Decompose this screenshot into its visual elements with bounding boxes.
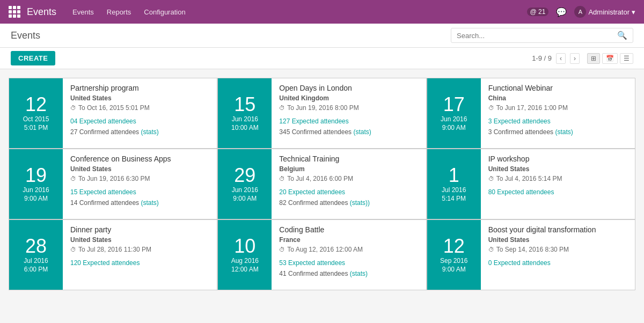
app-brand: Events	[27, 6, 56, 18]
subheader: Events 🔍	[0, 24, 644, 48]
event-month: Aug 2016	[231, 257, 259, 265]
user-dropdown-icon: ▾	[632, 8, 635, 16]
event-day: 28	[25, 237, 47, 256]
clock-icon	[279, 175, 285, 182]
pager-next[interactable]: ›	[570, 53, 580, 64]
event-to-text: To Jun 19, 2016 8:00 PM	[287, 104, 358, 112]
event-card[interactable]: 15 Jun 2016 10:00 AM Open Days in London…	[218, 78, 426, 148]
apps-icon[interactable]	[9, 6, 20, 18]
event-info: Boost your digital transformation United…	[481, 220, 635, 290]
event-to: To Jul 4, 2016 6:00 PM	[279, 175, 418, 182]
event-to-text: To Jul 4, 2016 6:00 PM	[287, 175, 353, 182]
event-to: To Jul 28, 2016 11:30 PM	[70, 246, 209, 253]
confirmed-attendees: 14 Confirmed attendees (stats)	[70, 197, 209, 208]
page-title: Events	[11, 30, 444, 41]
confirmed-attendees: 82 Confirmed attendees (stats))	[279, 197, 418, 208]
event-to-text: To Jun 17, 2016 1:00 PM	[496, 104, 568, 112]
nav-configuration[interactable]: Configuration	[144, 8, 185, 16]
event-attendees: 0 Expected attendees	[488, 258, 627, 268]
event-attendees: 80 Expected attendees	[488, 187, 627, 197]
event-attendees: 15 Expected attendees 14 Confirmed atten…	[70, 187, 209, 209]
event-to-text: To Aug 12, 2016 12:00 AM	[287, 246, 363, 253]
event-attendees: 20 Expected attendees 82 Confirmed atten…	[279, 187, 418, 209]
stats-link[interactable]: (stats)	[141, 128, 158, 136]
event-card[interactable]: 1 Jul 2016 5:14 PM IP workshop United St…	[427, 149, 635, 219]
confirmed-attendees: 3 Confirmed attendees (stats)	[488, 127, 627, 137]
expected-attendees: 120 Expected attendees	[70, 258, 209, 268]
event-card[interactable]: 29 Jun 2016 9:00 AM Technical Training B…	[218, 149, 426, 219]
view-list[interactable]: ☰	[620, 53, 633, 64]
search-bar: 🔍	[451, 28, 633, 43]
event-time: 12:00 AM	[231, 266, 259, 273]
event-time: 9:00 AM	[233, 195, 257, 202]
event-date-col: 1 Jul 2016 5:14 PM	[427, 149, 481, 219]
event-to-text: To Jun 19, 2016 6:30 PM	[78, 175, 150, 182]
event-day: 1	[449, 166, 459, 185]
event-card[interactable]: 12 Oct 2015 5:01 PM Partnership program …	[9, 78, 217, 148]
confirmed-attendees: 41 Confirmed attendees (stats)	[279, 268, 418, 279]
nav-events[interactable]: Events	[72, 8, 94, 16]
event-country: China	[488, 94, 627, 102]
expected-attendees: 127 Expected attendees	[279, 116, 418, 127]
event-time: 9:00 AM	[442, 266, 466, 273]
event-date-col: 28 Jul 2016 6:00 PM	[9, 220, 63, 290]
event-month: Jun 2016	[232, 115, 258, 123]
stats-link[interactable]: (stats))	[350, 199, 370, 207]
event-date-col: 12 Sep 2016 9:00 AM	[427, 220, 481, 290]
clock-icon	[279, 104, 285, 112]
event-day: 10	[234, 237, 255, 256]
notification-count[interactable]: @ 21	[527, 8, 549, 16]
event-time: 5:01 PM	[24, 124, 48, 131]
confirmed-attendees: 27 Confirmed attendees (stats)	[70, 127, 209, 137]
pager-info: 1-9 / 9	[532, 54, 552, 62]
search-input[interactable]	[457, 32, 617, 40]
view-kanban[interactable]: ⊞	[587, 53, 600, 64]
event-to-text: To Sep 14, 2016 8:30 PM	[496, 246, 569, 253]
nav-reports[interactable]: Reports	[107, 8, 131, 16]
event-date-col: 10 Aug 2016 12:00 AM	[218, 220, 272, 290]
event-to: To Jun 19, 2016 8:00 PM	[279, 104, 418, 112]
event-card[interactable]: 19 Jun 2016 9:00 AM Conference on Busine…	[9, 149, 217, 219]
event-title: Open Days in London	[279, 84, 418, 92]
stats-link[interactable]: (stats)	[353, 128, 371, 136]
event-info: Dinner party United States To Jul 28, 20…	[63, 220, 217, 290]
event-time: 10:00 AM	[231, 124, 259, 131]
user-menu[interactable]: A Administrator ▾	[574, 6, 635, 18]
event-time: 9:00 AM	[442, 124, 466, 131]
event-country: United Kingdom	[279, 94, 418, 102]
event-to: To Aug 12, 2016 12:00 AM	[279, 246, 418, 253]
stats-link[interactable]: (stats)	[555, 128, 573, 136]
search-icon[interactable]: 🔍	[617, 31, 627, 40]
event-title: IP workshop	[488, 155, 627, 163]
event-date-col: 12 Oct 2015 5:01 PM	[9, 78, 63, 148]
event-card[interactable]: 17 Jun 2016 9:00 AM Functional Webinar C…	[427, 78, 635, 148]
event-card[interactable]: 10 Aug 2016 12:00 AM Coding Battle Franc…	[218, 220, 426, 290]
clock-icon	[70, 104, 76, 112]
event-title: Conference on Business Apps	[70, 155, 209, 163]
event-to-text: To Oct 16, 2015 5:01 PM	[78, 104, 150, 112]
toolbar: CREATE 1-9 / 9 ‹ › ⊞ 📅 ☰	[0, 48, 644, 69]
clock-icon	[70, 246, 76, 253]
view-icons: ⊞ 📅 ☰	[587, 53, 633, 64]
create-button[interactable]: CREATE	[11, 51, 55, 65]
event-month: Jun 2016	[441, 115, 467, 123]
view-calendar[interactable]: 📅	[602, 53, 618, 64]
event-attendees: 127 Expected attendees 345 Confirmed att…	[279, 116, 418, 138]
event-to: To Sep 14, 2016 8:30 PM	[488, 246, 627, 253]
event-card[interactable]: 28 Jul 2016 6:00 PM Dinner party United …	[9, 220, 217, 290]
expected-attendees: 53 Expected attendees	[279, 258, 418, 268]
stats-link[interactable]: (stats)	[141, 199, 158, 207]
event-day: 15	[234, 95, 255, 114]
stats-link[interactable]: (stats)	[350, 270, 368, 277]
event-day: 12	[25, 95, 47, 114]
event-info: Technical Training Belgium To Jul 4, 201…	[272, 149, 426, 219]
event-month: Jun 2016	[23, 186, 49, 194]
event-title: Functional Webinar	[488, 84, 627, 92]
event-attendees: 04 Expected attendees 27 Confirmed atten…	[70, 116, 209, 138]
event-info: Partnership program United States To Oct…	[63, 78, 217, 148]
chat-icon[interactable]: 💬	[556, 7, 567, 17]
pager-prev[interactable]: ‹	[556, 53, 566, 64]
event-country: United States	[70, 236, 209, 244]
event-card[interactable]: 12 Sep 2016 9:00 AM Boost your digital t…	[427, 220, 635, 290]
user-name: Administrator	[588, 8, 630, 16]
